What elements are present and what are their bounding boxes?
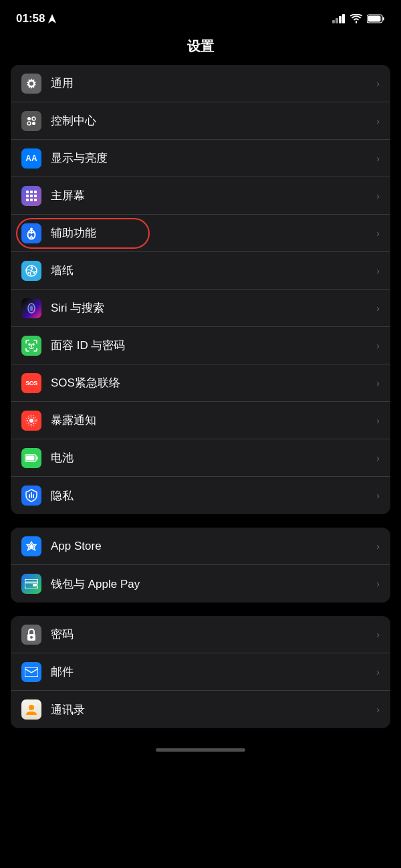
exposure-icon [21,411,41,431]
battery-chevron: › [376,453,380,463]
row-home-screen[interactable]: 主屏幕 › [11,177,390,215]
svg-rect-17 [26,195,29,197]
svg-rect-42 [26,455,35,460]
home-indicator [0,742,401,757]
svg-point-34 [30,306,33,311]
svg-rect-16 [34,191,37,193]
row-privacy[interactable]: 隐私 › [11,477,390,514]
svg-rect-6 [383,17,385,21]
mail-label: 邮件 [51,664,371,679]
svg-point-10 [27,117,31,120]
signal-icon [332,14,346,23]
svg-rect-4 [342,14,345,23]
wallpaper-chevron: › [376,265,380,276]
page-title: 设置 [0,33,401,65]
svg-point-12 [27,122,31,125]
wallet-icon [21,574,41,594]
svg-marker-0 [48,14,56,23]
svg-point-36 [33,344,34,345]
row-display[interactable]: AA 显示与亮度 › [11,140,390,177]
row-faceid[interactable]: 面容 ID 与密码 › [11,327,390,364]
row-wallet[interactable]: 钱包与 Apple Pay › [11,565,390,603]
row-general[interactable]: 通用 › [11,65,390,102]
mail-chevron: › [376,667,380,677]
row-control-center[interactable]: 控制中心 › [11,102,390,140]
faceid-chevron: › [376,340,380,351]
svg-point-50 [29,705,34,710]
status-bar: 01:58 [0,0,401,33]
row-contacts[interactable]: 通讯录 › [11,691,390,728]
passwords-icon [21,625,41,645]
sos-icon: SOS [21,373,41,393]
battery-settings-icon [21,448,41,468]
sos-label: SOS紧急联络 [51,375,371,391]
settings-group-2: App Store › 钱包与 Apple Pay › [11,528,390,603]
accessibility-label: 辅助功能 [51,225,371,241]
accessibility-icon [21,223,41,243]
wallet-label: 钱包与 Apple Pay [51,576,371,592]
display-chevron: › [376,153,380,164]
display-label: 显示与亮度 [51,150,371,166]
appstore-icon [21,536,41,556]
battery-icon [367,14,385,23]
battery-label: 电池 [51,450,371,465]
svg-rect-2 [336,18,338,23]
settings-group-3: 密码 › 邮件 › 通讯录 › [11,616,390,728]
privacy-chevron: › [376,490,380,501]
row-siri[interactable]: Siri 与搜索 › [11,290,390,327]
row-wallpaper[interactable]: 墙纸 › [11,252,390,290]
wifi-icon [350,14,362,23]
contacts-chevron: › [376,704,380,715]
status-icons [332,14,385,23]
row-battery[interactable]: 电池 › [11,439,390,477]
row-sos[interactable]: SOS SOS紧急联络 › [11,364,390,402]
home-screen-label: 主屏幕 [51,188,371,203]
row-exposure[interactable]: 暴露通知 › [11,402,390,439]
row-mail[interactable]: 邮件 › [11,653,390,691]
sos-chevron: › [376,378,380,389]
appstore-chevron: › [376,541,380,552]
svg-rect-19 [34,195,37,197]
svg-point-31 [28,272,30,274]
svg-point-48 [30,636,33,639]
svg-rect-46 [33,584,37,586]
control-center-chevron: › [376,116,380,126]
svg-rect-7 [368,16,381,22]
row-passwords[interactable]: 密码 › [11,616,390,653]
svg-point-9 [29,82,33,86]
svg-rect-18 [30,195,33,197]
passwords-label: 密码 [51,627,371,642]
svg-rect-3 [339,16,342,23]
svg-rect-15 [30,191,33,193]
location-icon [48,14,56,23]
privacy-icon [21,485,41,506]
display-icon: AA [21,148,41,169]
wallpaper-icon [21,261,41,281]
row-appstore[interactable]: App Store › [11,528,390,565]
svg-point-11 [32,117,35,120]
svg-point-35 [29,344,30,345]
svg-rect-45 [25,582,37,583]
svg-rect-14 [26,191,29,193]
svg-point-37 [29,419,33,423]
exposure-chevron: › [376,415,380,426]
faceid-icon [21,336,41,356]
general-label: 通用 [51,76,371,91]
home-screen-chevron: › [376,191,380,201]
control-center-icon [21,111,41,131]
contacts-icon [21,699,41,720]
control-center-label: 控制中心 [51,113,371,128]
passwords-chevron: › [376,629,380,640]
svg-line-28 [31,236,33,239]
wallet-chevron: › [376,578,380,589]
siri-label: Siri 与搜索 [51,300,371,316]
general-chevron: › [376,78,380,89]
svg-point-30 [31,266,33,268]
status-time: 01:58 [16,12,56,25]
row-accessibility[interactable]: 辅助功能 › [11,215,390,252]
siri-chevron: › [376,303,380,314]
mail-icon [21,662,41,682]
home-bar [156,748,245,752]
svg-rect-41 [37,456,38,459]
svg-rect-21 [30,199,33,201]
